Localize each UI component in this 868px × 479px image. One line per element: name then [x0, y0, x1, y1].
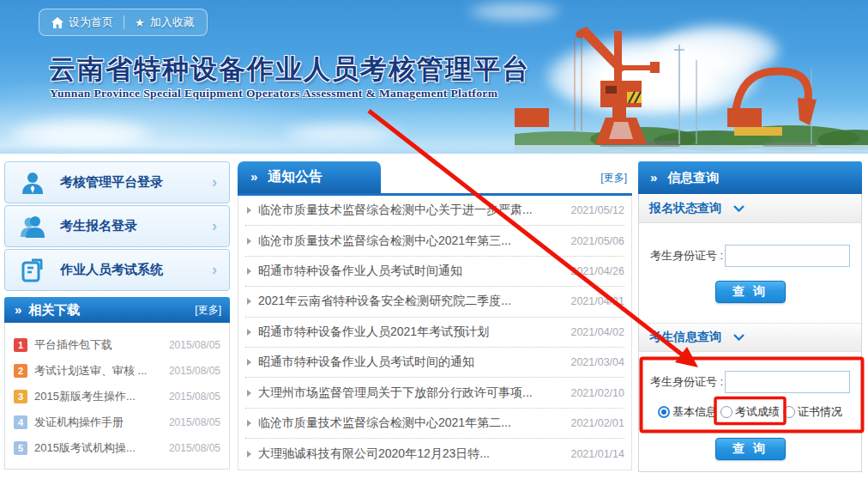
notice-item[interactable]: 昭通市特种设备作业人员考试时间的通知 2021/03/04 — [245, 348, 624, 378]
operator-exam-system-label: 作业人员考试系统 — [60, 262, 212, 278]
downloads-header: » 相关下载 [更多] — [4, 297, 230, 323]
download-item[interactable]: 4 发证机构操作手册 2015/08/05 — [14, 409, 220, 435]
bullet-arrow-icon — [247, 390, 251, 397]
download-item[interactable]: 2 考试计划送审、审核 ... 2015/08/05 — [14, 358, 220, 384]
download-date: 2015/08/05 — [169, 339, 220, 351]
bullet-arrow-icon — [247, 451, 251, 458]
download-title: 2015版考试机构操... — [34, 440, 162, 456]
notice-title: 临沧市质量技术监督综合检测中心关于进一步严肃... — [258, 203, 564, 218]
radio-certificate-status-label: 证书情况 — [798, 404, 842, 420]
cloud-graphic — [283, 122, 403, 144]
chevron-right-icon: › — [212, 217, 229, 235]
notice-item[interactable]: 临沧市质量技术监督综合检测中心关于进一步严肃... 2021/05/12 — [245, 196, 624, 226]
download-item[interactable]: 1 平台插件包下载 2015/08/05 — [14, 332, 220, 358]
site-title: 云南省特种设备作业人员考核管理平台 — [49, 52, 530, 88]
notice-title: 临沧市质量技术监督综合检测中心2021年第二... — [258, 415, 564, 431]
notice-title: 大理州市场监督管理局关于下放部分行政许可事项... — [258, 385, 564, 401]
double-chevron-icon: » — [15, 303, 21, 316]
notice-title: 昭通市特种设备作业人员考试时间通知 — [258, 264, 564, 279]
chevron-right-icon: › — [212, 173, 229, 191]
star-icon: ★ — [135, 16, 145, 29]
candidate-signup-login-button[interactable]: 考生报名登录 › — [4, 205, 230, 247]
bullet-arrow-icon — [247, 298, 251, 305]
candidate-info-id-input[interactable] — [725, 371, 850, 393]
set-homepage-label: 设为首页 — [69, 15, 113, 30]
download-item[interactable]: 3 2015新版考生操作... 2015/08/05 — [14, 384, 220, 409]
operator-exam-system-button[interactable]: 作业人员考试系统 › — [4, 249, 230, 291]
page: 设为首页 ★ 加入收藏 云南省特种设备作业人员考核管理平台 Yunnan Pro… — [0, 0, 868, 479]
notice-title: 昭通市特种设备作业人员考试时间的通知 — [258, 355, 564, 370]
chevron-down-icon — [733, 205, 744, 212]
download-item[interactable]: 5 2015版考试机构操... 2015/08/05 — [14, 435, 220, 461]
banner: 设为首页 ★ 加入收藏 云南省特种设备作业人员考核管理平台 Yunnan Pro… — [0, 0, 868, 154]
site-subtitle: Yunnan Province Special Equipment Operat… — [50, 87, 497, 100]
info-query-title: 信息查询 — [667, 170, 719, 186]
notice-item[interactable]: 昭通市特种设备作业人员2021年考试预计划 2021/04/02 — [245, 318, 624, 348]
notice-date: 2021/04/21 — [570, 295, 624, 307]
crane-illustration — [515, 0, 868, 154]
query-type-radio-group: 基本信息 考试成绩 证书情况 — [639, 404, 861, 420]
notice-date: 2021/03/04 — [570, 356, 624, 368]
notices-more-link[interactable]: [更多] — [600, 171, 627, 185]
notice-item[interactable]: 昭通市特种设备作业人员考试时间通知 2021/04/26 — [245, 257, 624, 287]
radio-exam-score[interactable]: 考试成绩 — [720, 404, 780, 420]
signup-status-query-button[interactable]: 查 询 — [715, 281, 786, 303]
people-icon — [5, 214, 60, 240]
radio-basic-info-label: 基本信息 — [672, 404, 717, 420]
cloud-graphic — [9, 118, 154, 148]
notice-item[interactable]: 临沧市质量技术监督综合检测中心2021年第三... 2021/05/06 — [245, 226, 624, 256]
radio-basic-info[interactable]: 基本信息 — [658, 404, 717, 420]
chevron-down-icon — [733, 334, 744, 341]
bullet-arrow-icon — [247, 238, 251, 245]
downloads-more-link[interactable]: [更多] — [195, 303, 221, 318]
rank-badge: 1 — [14, 338, 27, 352]
notice-date: 2021/05/12 — [570, 204, 624, 216]
signup-status-query-title: 报名状态查询 — [649, 201, 721, 216]
notice-date: 2021/04/02 — [570, 326, 624, 338]
radio-certificate-status[interactable]: 证书情况 — [783, 404, 842, 420]
notices-panel: » 通知公告 [更多] 临沧市质量技术监督综合检测中心关于进一步严肃... 20… — [238, 161, 632, 470]
download-title: 平台插件包下载 — [34, 337, 162, 353]
download-date: 2015/08/05 — [169, 365, 220, 377]
notice-title: 大理驰诚科技有限公司2020年12月23日特... — [258, 446, 564, 462]
radio-unselected-icon — [783, 406, 795, 418]
radio-exam-score-label: 考试成绩 — [735, 404, 780, 420]
chevron-right-icon: › — [212, 261, 229, 279]
notices-title: 通知公告 — [268, 168, 322, 186]
notices-header: » 通知公告 [更多] — [238, 161, 632, 196]
candidate-info-query-form: 考生身份证号 : 基本信息 考试成绩 证书情况 — [639, 352, 861, 460]
notices-tab[interactable]: » 通知公告 — [238, 161, 381, 193]
signup-status-id-input[interactable] — [725, 245, 850, 267]
assessment-platform-login-button[interactable]: 考核管理平台登录 › — [4, 161, 230, 203]
notice-date: 2021/04/26 — [570, 265, 624, 277]
signup-status-query-section-header[interactable]: 报名状态查询 — [639, 194, 861, 223]
add-favorite-label: 加入收藏 — [150, 15, 195, 30]
notice-item[interactable]: 临沧市质量技术监督综合检测中心2021年第二... 2021/02/01 — [245, 409, 624, 439]
notice-title: 昭通市特种设备作业人员2021年考试预计划 — [258, 324, 564, 340]
radio-selected-icon — [658, 406, 670, 418]
left-sidebar: 考核管理平台登录 › 考生报名登录 › 作业人员考试系统 › » 相关下载 [更… — [4, 161, 230, 470]
bullet-arrow-icon — [247, 268, 251, 275]
add-favorite-link[interactable]: ★ 加入收藏 — [135, 15, 195, 30]
set-homepage-link[interactable]: 设为首页 — [51, 15, 113, 30]
notice-item[interactable]: 大理驰诚科技有限公司2020年12月23日特... 2021/01/14 — [245, 439, 624, 469]
rank-badge: 2 — [14, 364, 27, 378]
rank-badge: 3 — [14, 390, 27, 403]
exam-book-icon — [5, 258, 60, 283]
assessment-platform-login-label: 考核管理平台登录 — [60, 174, 212, 191]
notice-item[interactable]: 大理州市场监督管理局关于下放部分行政许可事项... 2021/02/10 — [245, 378, 624, 408]
rank-badge: 4 — [14, 415, 27, 429]
candidate-info-query-button[interactable]: 查 询 — [715, 438, 786, 460]
notice-title: 2021年云南省特种设备安全检测研究院二季度... — [258, 294, 564, 309]
notice-date: 2021/05/06 — [570, 235, 624, 247]
bullet-arrow-icon — [247, 207, 251, 214]
downloads-list: 1 平台插件包下载 2015/08/05 2 考试计划送审、审核 ... 201… — [4, 323, 230, 470]
notice-date: 2021/01/14 — [570, 448, 624, 460]
notice-item[interactable]: 2021年云南省特种设备安全检测研究院二季度... 2021/04/21 — [245, 287, 624, 317]
notices-list: 临沧市质量技术监督综合检测中心关于进一步严肃... 2021/05/12 临沧市… — [238, 196, 632, 470]
candidate-info-query-section-header[interactable]: 考生信息查询 — [639, 323, 861, 352]
double-chevron-icon: » — [250, 170, 257, 183]
bullet-arrow-icon — [247, 329, 251, 336]
info-query-panel: » 信息查询 报名状态查询 考生身份证号 : 查 询 考生信息查询 — [638, 161, 862, 472]
download-title: 发证机构操作手册 — [34, 415, 162, 430]
